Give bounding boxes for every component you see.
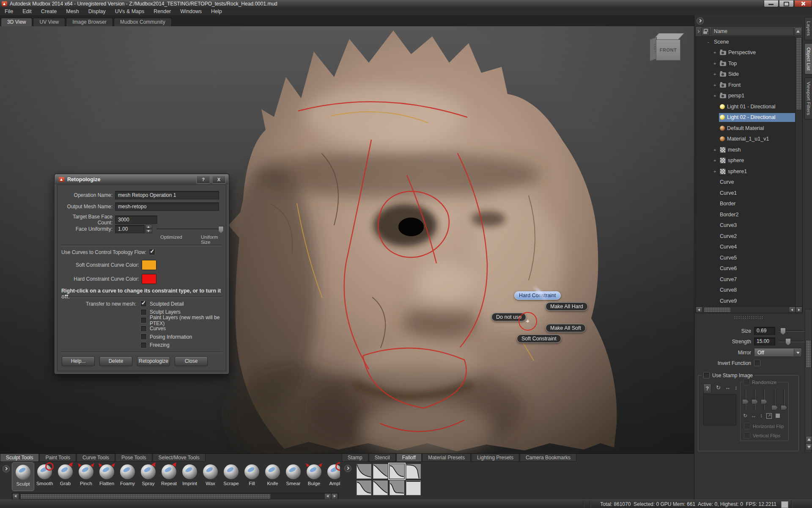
tree-row-body[interactable]: sphere1 xyxy=(719,167,796,176)
tool-item[interactable]: Grab xyxy=(55,462,76,490)
dialog-button[interactable]: Help... xyxy=(62,356,95,366)
tree-row[interactable]: + Side xyxy=(696,69,796,80)
dialog-button[interactable]: Close xyxy=(175,356,208,366)
tool-item[interactable]: Scrape xyxy=(221,462,241,490)
hscroll-thumb[interactable] xyxy=(20,494,271,499)
preset-tab[interactable]: Camera Bookmarks xyxy=(520,454,576,462)
tree-row[interactable]: + sphere xyxy=(696,155,796,166)
hard-color-swatch[interactable] xyxy=(142,274,156,284)
menu-item[interactable]: Windows xyxy=(176,8,206,15)
tree-row[interactable]: + persp1 xyxy=(696,91,796,102)
scroll-left-button[interactable] xyxy=(696,306,702,313)
dialog-help-button[interactable]: ? xyxy=(196,176,210,184)
tool-item[interactable]: Sculpt xyxy=(12,462,34,491)
tree-row[interactable]: Light 02 - Directional xyxy=(696,112,796,123)
dialog-button[interactable]: Retopologize xyxy=(137,356,170,366)
restore-button[interactable] xyxy=(779,0,794,7)
menu-item[interactable]: Help xyxy=(206,8,227,15)
mirror-dropdown[interactable]: Off xyxy=(754,348,802,357)
tree-row-body[interactable]: Curve7 xyxy=(719,275,796,284)
tree-row-body[interactable]: Curve5 xyxy=(719,253,796,262)
tree-row[interactable]: Curve2 xyxy=(696,231,796,242)
scroll-up-button[interactable] xyxy=(795,28,802,36)
preset-tab[interactable]: Stencil xyxy=(369,454,396,462)
vscroll-thumb[interactable] xyxy=(806,340,811,368)
menu-item[interactable]: UVs & Maps xyxy=(110,8,149,15)
view-tab[interactable]: Image Browser xyxy=(66,18,113,26)
transfer-option-checkbox[interactable] xyxy=(140,326,147,332)
stamp-rotate-icon[interactable]: ↻ xyxy=(716,384,721,391)
tree-row-body[interactable]: Curve1 xyxy=(719,188,796,197)
tree-row[interactable]: + Front xyxy=(696,80,796,91)
scroll-left-button[interactable] xyxy=(12,493,19,500)
randomize-slider-3[interactable] xyxy=(763,389,765,410)
tree-expander[interactable]: - xyxy=(708,39,713,44)
header-chevron-icon[interactable] xyxy=(697,30,700,33)
preset-tab[interactable]: Stamp xyxy=(342,454,368,462)
vscroll-thumb[interactable] xyxy=(796,37,802,110)
tree-row[interactable]: - Scene xyxy=(696,36,796,47)
tool-item[interactable]: Pinch xyxy=(76,462,96,490)
dropdown-arrow-icon[interactable] xyxy=(794,349,801,356)
target-face-count-input[interactable]: 3000 xyxy=(115,215,157,224)
randomize-scale-icon[interactable]: ↗ xyxy=(766,413,772,419)
tree-row[interactable]: Curve1 xyxy=(696,188,796,199)
view-tab[interactable]: 3D View xyxy=(1,18,32,26)
falloff-preset[interactable] xyxy=(373,480,388,496)
use-curves-checkbox[interactable] xyxy=(149,249,155,255)
soft-color-swatch[interactable] xyxy=(142,260,156,270)
tree-row[interactable]: Curve4 xyxy=(696,242,796,253)
transfer-option-checkbox[interactable] xyxy=(140,334,147,340)
tree-row[interactable]: Curve xyxy=(696,177,796,188)
tree-expander[interactable]: + xyxy=(713,169,719,174)
menu-item[interactable]: File xyxy=(0,8,18,15)
tree-row-body[interactable]: Scene xyxy=(713,37,796,46)
tree-row[interactable]: Curve3 xyxy=(696,220,796,231)
view-tab[interactable]: Mudbox Community xyxy=(114,18,172,26)
panel-splitter[interactable] xyxy=(695,314,802,321)
tree-row-body[interactable]: Border2 xyxy=(719,210,796,219)
presets-expand-button[interactable] xyxy=(344,465,351,472)
tool-tab[interactable]: Select/Move Tools xyxy=(153,454,206,462)
tree-expander[interactable]: + xyxy=(713,147,719,152)
tree-row-body[interactable]: Light 01 - Directional xyxy=(719,102,796,111)
randomize-vrange-icon[interactable]: ↕ xyxy=(760,413,763,419)
tree-row-body[interactable]: Front xyxy=(719,80,796,89)
tree-row[interactable]: Border2 xyxy=(696,209,796,220)
tool-item[interactable]: Smooth xyxy=(34,462,55,490)
tree-row[interactable]: Curve8 xyxy=(696,285,796,296)
tree-row-body[interactable]: Light 02 - Directional xyxy=(719,113,796,122)
tree-row-body[interactable]: Material_1_u1_v1 xyxy=(719,135,796,144)
randomize-slider-4[interactable] xyxy=(773,389,776,410)
tree-row[interactable]: Curve7 xyxy=(696,274,796,285)
menu-item[interactable]: Edit xyxy=(18,8,36,15)
falloff-preset[interactable] xyxy=(373,464,388,479)
menu-item[interactable]: Create xyxy=(36,8,62,15)
tool-item[interactable]: Foamy xyxy=(117,462,138,490)
randomize-slider-5[interactable] xyxy=(782,389,785,410)
transfer-option-checkbox[interactable] xyxy=(140,301,147,307)
size-slider-thumb[interactable] xyxy=(780,328,786,335)
scroll-up-button[interactable] xyxy=(806,436,812,443)
face-uniformity-input[interactable]: 1.00 xyxy=(115,225,145,233)
scroll-down-button[interactable] xyxy=(806,443,812,450)
preset-tab[interactable]: Falloff xyxy=(396,454,422,462)
randomize-checkbox[interactable] xyxy=(743,379,750,385)
face-uniformity-spinner[interactable] xyxy=(145,225,152,233)
transfer-option-checkbox[interactable] xyxy=(140,309,147,315)
randomize-hrange-icon[interactable]: ↔ xyxy=(751,413,756,419)
vertical-flip-checkbox[interactable] xyxy=(744,432,750,439)
dialog-close-button[interactable]: X xyxy=(212,176,226,184)
tool-item[interactable]: Ampl xyxy=(324,462,340,490)
tree-row[interactable]: Curve5 xyxy=(696,252,796,263)
falloff-preset[interactable] xyxy=(356,464,372,479)
strength-slider-thumb[interactable] xyxy=(785,338,791,345)
tree-row-body[interactable]: Curve xyxy=(719,178,796,187)
close-button[interactable] xyxy=(794,0,812,7)
tools-hscrollbar[interactable] xyxy=(12,493,338,500)
view-cube[interactable]: LEFT FRONT xyxy=(650,32,686,65)
preset-tab[interactable]: Material Presets xyxy=(422,454,471,462)
strength-input[interactable]: 15.00 xyxy=(754,337,775,345)
status-grip[interactable] xyxy=(781,501,788,508)
tree-row-body[interactable]: Curve8 xyxy=(719,286,796,295)
